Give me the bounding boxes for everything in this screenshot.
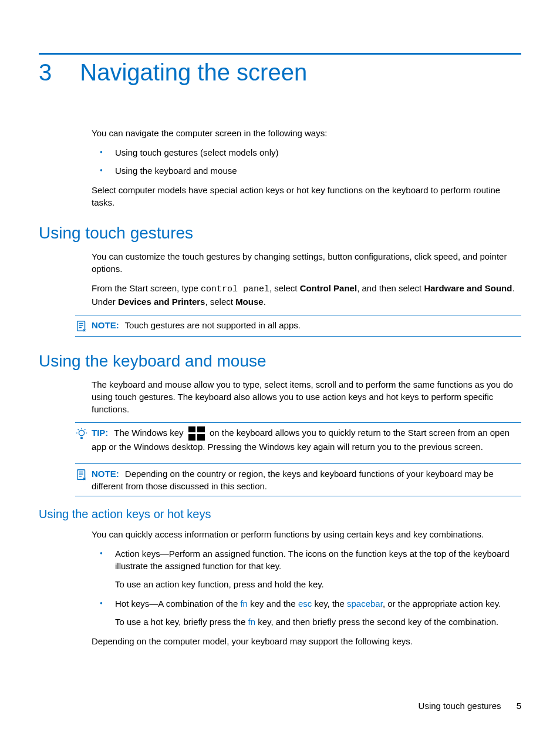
page-number: 5 (517, 701, 521, 711)
list-item: Using the keyboard and mouse (92, 164, 521, 177)
divider (75, 422, 521, 423)
list-item: Action keys—Perform an assigned function… (92, 547, 521, 590)
subsection-heading-action-keys: Using the action keys or hot keys (39, 506, 521, 522)
section-heading-keyboard-mouse: Using the keyboard and mouse (39, 350, 521, 372)
note-text: Depending on the country or region, the … (92, 469, 494, 491)
list-item: Hot keys—A combination of the fn key and… (92, 597, 521, 628)
note-label: NOTE: (92, 469, 119, 479)
divider (75, 336, 521, 337)
tip-icon (75, 427, 88, 440)
body-text: You can quickly access information or pe… (92, 528, 521, 540)
divider (75, 463, 521, 464)
windows-key-icon (188, 426, 205, 441)
chapter-number: 3 (39, 59, 52, 86)
note-callout: NOTE: Depending on the country or region… (75, 468, 521, 492)
body-text: You can customize the touch gestures by … (92, 250, 521, 275)
chapter-heading: 3 Navigating the screen (39, 59, 521, 86)
list-sub-text: To use an action key function, press and… (115, 578, 521, 590)
intro-paragraph: You can navigate the computer screen in … (92, 127, 521, 139)
key-fn: fn (240, 599, 248, 609)
chapter-title: Navigating the screen (80, 59, 307, 86)
note-icon (75, 468, 88, 481)
intro-paragraph-2: Select computer models have special acti… (92, 184, 521, 209)
tip-label: TIP: (92, 428, 108, 438)
note-label: NOTE: (92, 320, 119, 330)
svg-point-1 (79, 431, 84, 436)
code-text: control panel (201, 284, 269, 294)
body-text: Depending on the computer model, your ke… (92, 635, 521, 647)
key-fn: fn (248, 617, 256, 627)
key-spacebar: spacebar (347, 599, 383, 609)
tip-text: The Windows key (114, 428, 186, 438)
note-icon (75, 320, 88, 332)
divider (75, 496, 521, 496)
section-heading-touch-gestures: Using touch gestures (39, 221, 521, 244)
note-text: Touch gestures are not supported in all … (125, 320, 301, 330)
body-text: From the Start screen, type control pane… (92, 282, 521, 308)
tip-callout: TIP: The Windows key on the keyboard all… (75, 426, 521, 460)
list-sub-text: To use a hot key, briefly press the fn k… (115, 616, 521, 628)
intro-bullet-list: Using touch gestures (select models only… (92, 146, 521, 177)
list-item: Using touch gestures (select models only… (92, 146, 521, 159)
footer-section-name: Using touch gestures (419, 701, 501, 711)
chapter-rule (39, 53, 521, 55)
key-esc: esc (298, 599, 312, 609)
body-text: The keyboard and mouse allow you to type… (92, 378, 521, 415)
action-keys-list: Action keys—Perform an assigned function… (92, 547, 521, 628)
divider (75, 315, 521, 315)
note-callout: NOTE: Touch gestures are not supported i… (75, 319, 521, 332)
page-footer: Using touch gestures 5 (419, 701, 521, 711)
